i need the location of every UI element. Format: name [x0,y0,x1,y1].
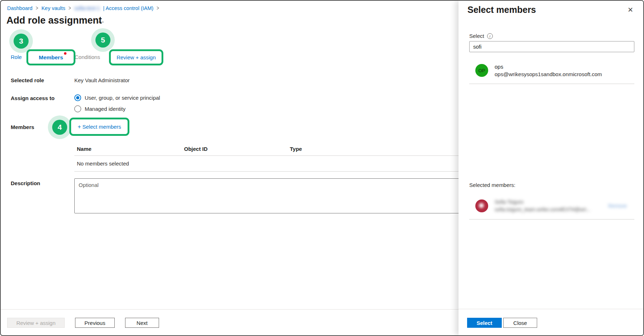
radio-user-group-service-principal[interactable]: User, group, or service principal [74,94,160,101]
select-members-button-label: Select members [82,124,121,130]
panel-select-label: Select i [469,33,493,39]
unsaved-changes-dot [64,52,66,55]
tab-review-assign[interactable]: Review + assign [117,54,156,60]
tab-conditions[interactable]: Conditions [75,54,100,60]
chevron-right-icon: > [36,5,38,11]
add-role-assignment-screen: Dashboard > Key vaults > sofia-test-1 | … [0,0,644,336]
select-button[interactable]: Select [467,318,502,328]
annotation-step-5: 5 [91,28,115,52]
panel-footer-divider [459,309,644,309]
radio-managed-identity[interactable]: Managed identity [74,105,125,112]
annotation-highlight-review-tab: Review + assign [109,49,163,65]
result-email: ops@wrikesysops1sandbox.onmicrosoft.com [495,70,602,78]
next-button[interactable]: Next [125,318,159,328]
radio-user-label: User, group, or service principal [85,95,160,101]
close-button[interactable]: Close [503,318,537,328]
select-members-button[interactable]: +Select members [78,124,121,130]
divider [469,219,634,219]
member-search-input[interactable] [469,41,634,52]
radio-unselected-icon [74,105,81,112]
tab-members[interactable]: Members [39,54,63,61]
column-header-name: Name [77,146,184,152]
tab-members-label: Members [39,54,63,60]
more-actions-icon[interactable]: … [98,17,104,24]
breadcrumb-access-control[interactable]: | Access control (IAM) [103,5,154,11]
avatar: OP [475,64,488,77]
page-title: Add role assignment [6,15,102,26]
annotation-step-4-number: 4 [52,120,67,135]
search-result-ops[interactable]: OP ops ops@wrikesysops1sandbox.onmicroso… [475,63,602,78]
selected-role-value: Key Vault Administrator [74,77,130,83]
plus-icon: + [78,124,81,130]
info-icon[interactable]: i [487,33,493,39]
breadcrumb-key-vaults[interactable]: Key vaults [41,5,65,11]
assign-access-label: Assign access to [11,95,55,101]
radio-managed-label: Managed identity [85,106,125,112]
selected-role-label: Selected role [11,77,44,83]
breadcrumb-vault-name-blurred[interactable]: sofia-test-1 [74,5,100,11]
remove-member-link[interactable]: Remove [608,203,627,209]
tab-role[interactable]: Role [11,54,22,60]
annotation-step-3-number: 3 [14,34,29,49]
close-icon[interactable]: ✕ [628,6,633,13]
annotation-highlight-members-tab: Members [26,49,75,65]
select-field-label: Select [469,33,484,39]
column-header-object-id: Object ID [184,146,290,152]
selected-member-email-blurred: sofia.tsiguro_team.wrike.com#EXT#@wri... [495,206,590,213]
footer-divider [1,309,459,310]
selected-member-row: Sofia Tsiguro sofia.tsiguro_team.wrike.c… [475,198,627,213]
annotation-step-4: 4 [48,115,71,139]
chevron-right-icon: > [157,5,159,11]
radio-selected-icon [74,94,81,101]
avatar [475,199,488,212]
review-assign-button[interactable]: Review + assign [7,318,65,328]
chevron-right-icon: > [69,5,71,11]
description-label: Description [11,180,40,186]
annotation-step-5-number: 5 [95,33,110,48]
selected-member-name-blurred: Sofia Tsiguro [495,198,590,206]
selected-members-label: Selected members: [469,182,515,188]
breadcrumb-dashboard[interactable]: Dashboard [7,5,33,11]
panel-title: Select members [467,5,536,15]
previous-button[interactable]: Previous [75,318,115,328]
members-label: Members [11,124,34,130]
result-name: ops [495,63,602,70]
divider [469,84,634,84]
annotation-highlight-select-members: +Select members [69,118,129,136]
breadcrumb: Dashboard > Key vaults > sofia-test-1 | … [7,5,159,11]
select-members-panel: Select members ✕ Select i OP ops ops@wri… [459,1,644,335]
